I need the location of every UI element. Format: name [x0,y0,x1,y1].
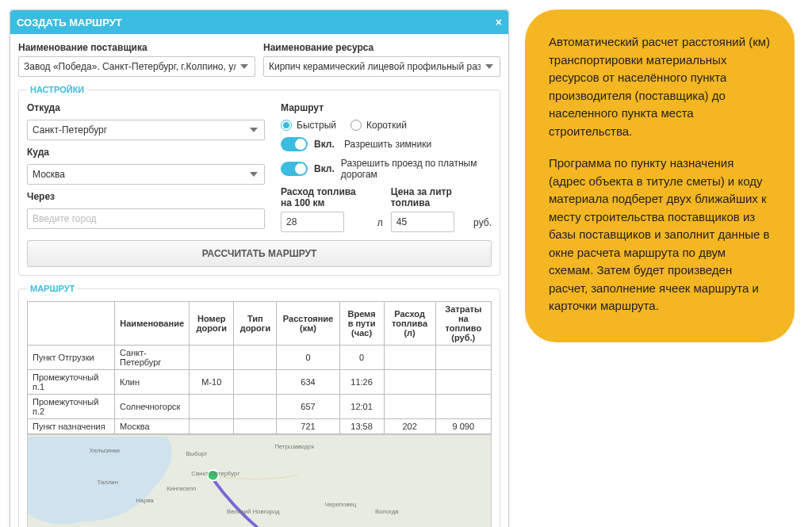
toggle-toll-label: Разрешить проезд по платным дорогам [341,158,492,180]
info-paragraph-2: Программа по пункту назначения (адрес об… [549,155,771,315]
table-row: Промежуточный п.2 Солнечногорск 657 12:0… [28,395,492,419]
map-svg: Санкт-Петербург Великий Новгород Нарва Т… [28,435,491,527]
svg-text:Хельсинки: Хельсинки [90,447,120,454]
radio-fast[interactable]: Быстрый [281,120,336,131]
radio-dot-icon [350,120,362,131]
info-paragraph-1: Автоматический расчет расстояний (км) тр… [549,33,771,140]
info-card: Автоматический расчет расстояний (км) тр… [525,10,795,342]
toggle-winter[interactable] [281,137,308,151]
close-icon[interactable]: × [496,16,502,29]
route-type-label: Маршрут [281,102,492,113]
radio-dot-icon [281,120,292,131]
via-input[interactable] [27,208,265,229]
table-row: Пункт Отгрузки Санкт-Петербург 0 0 [28,346,492,370]
supplier-label: Наименование поставщика [18,42,255,53]
fuel-price-input[interactable] [391,212,454,232]
route-map[interactable]: Санкт-Петербург Великий Новгород Нарва Т… [27,434,492,527]
route-section: МАРШРУТ Наименование Номер дороги Тип до… [18,284,500,527]
toggle-toll[interactable] [281,162,308,176]
fuel-per-100-label: Расход топлива на 100 км [281,186,370,208]
svg-text:Таллин: Таллин [98,479,118,486]
settings-section: НАСТРОЙКИ Откуда Санкт-Петербург Куда Мо… [18,85,500,276]
route-table: Наименование Номер дороги Тип дороги Рас… [27,301,492,434]
to-label: Куда [27,147,265,158]
radio-short[interactable]: Короткий [350,120,407,131]
fuel-unit: л [377,217,383,232]
svg-text:Выборг: Выборг [186,450,208,457]
resource-label: Наименование ресурса [263,42,500,53]
svg-text:Нарва: Нарва [136,497,154,504]
table-row: Пункт назначения Москва 721 13:58 202 9 … [28,419,492,434]
price-unit: руб. [473,217,492,232]
settings-legend: НАСТРОЙКИ [27,85,87,94]
route-legend: МАРШРУТ [27,284,78,293]
calculate-route-button[interactable]: РАССЧИТАТЬ МАРШРУТ [27,240,492,267]
svg-text:Петрозаводск: Петрозаводск [274,443,314,450]
svg-text:Череповец: Череповец [325,501,357,508]
supplier-select[interactable]: Завод «Победа». Санкт-Петербург, г.Колпи… [18,56,255,77]
table-header-row: Наименование Номер дороги Тип дороги Рас… [28,302,492,346]
dialog-titlebar: СОЗДАТЬ МАРШРУТ × [10,10,508,34]
toggle-winter-label: Разрешить зимники [344,139,431,150]
via-label: Через [27,191,265,202]
to-select[interactable]: Москва [27,164,265,185]
fuel-price-label: Цена за литр топлива [391,186,465,208]
table-row: Промежуточный п.1 Клин М-10 634 11:26 [28,370,492,395]
from-select[interactable]: Санкт-Петербург [27,120,265,140]
resource-select[interactable]: Кирпич керамический лицевой профильный р… [263,56,500,77]
dialog-title: СОЗДАТЬ МАРШРУТ [17,17,122,29]
create-route-dialog: СОЗДАТЬ МАРШРУТ × Наименование поставщик… [10,10,509,527]
svg-text:Санкт-Петербург: Санкт-Петербург [191,470,239,477]
fuel-per-100-input[interactable] [281,212,344,232]
svg-text:Великий Новгород: Великий Новгород [227,508,280,515]
from-label: Откуда [27,102,265,113]
svg-text:Вологда: Вологда [375,508,399,515]
svg-text:Кингисепп: Кингисепп [167,485,196,492]
